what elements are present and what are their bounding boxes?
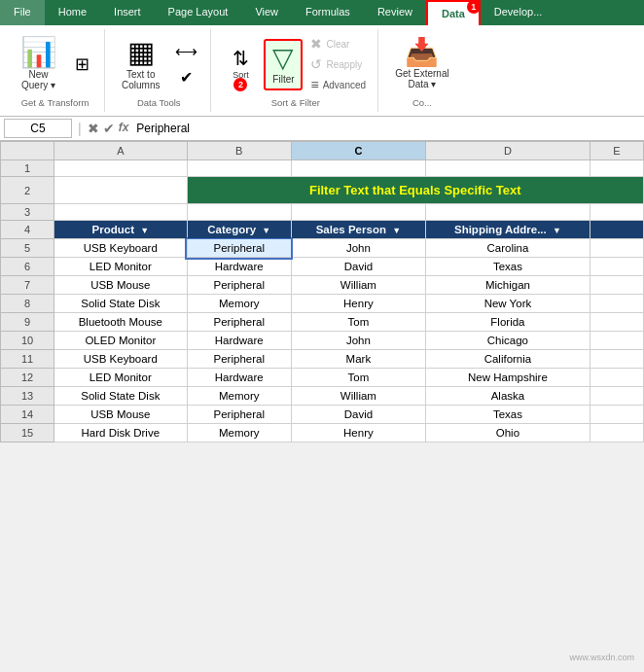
cell-extra[interactable] [590,258,643,276]
cell-product[interactable]: Hard Disk Drive [54,424,188,442]
get-external-data-button[interactable]: 📥 Get ExternalData ▾ [388,34,456,94]
cell-shipping[interactable]: Carolina [425,239,590,258]
cell-sales[interactable]: Henry [291,424,425,442]
cancel-formula-icon[interactable]: ✖ [88,121,99,136]
cell-sales[interactable]: Tom [291,313,425,332]
cell-d3[interactable] [425,204,590,221]
filter-arrow-product[interactable]: ▼ [140,226,149,235]
header-sales-person[interactable]: Sales Person ▼ [291,221,425,239]
cell-shipping[interactable]: Michigan [425,276,590,295]
cell-extra[interactable] [590,406,643,424]
cell-sales[interactable]: Mark [291,350,425,369]
cell-product[interactable]: Solid State Disk [54,295,188,313]
cell-shipping[interactable]: Ohio [425,424,590,442]
tab-formulas[interactable]: Formulas [292,0,364,25]
tab-page-layout[interactable]: Page Layout [155,0,242,25]
cell-sales[interactable]: Tom [291,369,425,387]
cell-product[interactable]: USB Keyboard [54,239,188,258]
cell-product[interactable]: USB Mouse [54,276,188,295]
cell-shipping[interactable]: New York [425,295,590,313]
insert-function-icon[interactable]: fx [119,121,129,136]
cell-product[interactable]: Solid State Disk [54,387,188,406]
cell-sales[interactable]: Henry [291,295,425,313]
cell-product[interactable]: USB Keyboard [54,350,188,369]
header-shipping[interactable]: Shipping Addre... ▼ [425,221,590,239]
cell-sales[interactable]: William [291,276,425,295]
filter-arrow-sales[interactable]: ▼ [392,226,401,235]
cell-sales[interactable]: John [291,332,425,350]
sort-button[interactable]: ⇅ Sort 2 [221,44,260,85]
cell-category[interactable]: Peripheral [187,276,291,295]
new-query-button[interactable]: 📊 NewQuery ▾ [14,33,63,95]
col-header-c[interactable]: C [291,142,425,160]
cell-a3[interactable] [54,204,188,221]
tab-view[interactable]: View [241,0,292,25]
col-header-a[interactable]: A [54,142,188,160]
cell-product[interactable]: LED Monitor [54,258,188,276]
cell-extra[interactable] [590,350,643,369]
cell-a2[interactable] [54,177,188,204]
tab-home[interactable]: Home [45,0,100,25]
text-to-columns-button[interactable]: ▦ Text toColumns [115,33,166,95]
cell-category[interactable]: Peripheral [187,239,291,258]
show-queries-button[interactable]: ⊞ [67,51,96,78]
cell-sales[interactable]: William [291,387,425,406]
cell-category[interactable]: Memory [187,295,291,313]
cell-e3[interactable] [590,204,643,221]
cell-extra[interactable] [590,295,643,313]
cell-extra[interactable] [590,276,643,295]
tab-review[interactable]: Review [364,0,426,25]
cell-reference-box[interactable] [4,119,72,138]
cell-extra[interactable] [590,313,643,332]
cell-category[interactable]: Hardware [187,332,291,350]
cell-extra[interactable] [590,369,643,387]
tab-develop[interactable]: Develop... [481,0,556,25]
cell-product[interactable]: LED Monitor [54,369,188,387]
header-product[interactable]: Product ▼ [54,221,188,239]
col-header-e[interactable]: E [590,142,643,160]
cell-category[interactable]: Hardware [187,369,291,387]
cell-sales[interactable]: John [291,239,425,258]
cell-category[interactable]: Peripheral [187,313,291,332]
remove-duplicates-button[interactable]: ✔ [170,65,202,89]
cell-c1[interactable] [291,160,425,177]
cell-category[interactable]: Hardware [187,258,291,276]
cell-d1[interactable] [425,160,590,177]
confirm-formula-icon[interactable]: ✔ [103,121,115,136]
header-category[interactable]: Category ▼ [187,221,291,239]
cell-b3[interactable] [187,204,291,221]
cell-shipping[interactable]: Alaska [425,387,590,406]
cell-extra[interactable] [590,239,643,258]
tab-file[interactable]: File [0,0,45,25]
cell-category[interactable]: Peripheral [187,350,291,369]
flash-fill-button[interactable]: ⟷ [170,39,202,63]
col-header-b[interactable]: B [187,142,291,160]
cell-e1[interactable] [590,160,643,177]
cell-product[interactable]: OLED Monitor [54,332,188,350]
filter-button[interactable]: ▽ Filter [264,39,303,90]
cell-shipping[interactable]: Texas [425,258,590,276]
formula-input[interactable] [132,120,640,137]
cell-extra[interactable] [590,424,643,442]
cell-c3[interactable] [291,204,425,221]
clear-button[interactable]: ✖ Clear [306,34,370,53]
tab-insert[interactable]: Insert [100,0,155,25]
cell-shipping[interactable]: California [425,350,590,369]
cell-extra[interactable] [590,387,643,406]
header-extra[interactable] [590,221,643,239]
cell-product[interactable]: USB Mouse [54,406,188,424]
cell-product[interactable]: Bluetooth Mouse [54,313,188,332]
cell-sales[interactable]: David [291,406,425,424]
col-header-d[interactable]: D [425,142,590,160]
cell-shipping[interactable]: Florida [425,313,590,332]
cell-shipping[interactable]: Chicago [425,332,590,350]
cell-category[interactable]: Peripheral [187,406,291,424]
cell-b1[interactable] [187,160,291,177]
cell-shipping[interactable]: Texas [425,406,590,424]
advanced-button[interactable]: ≡ Advanced [306,75,370,94]
cell-extra[interactable] [590,332,643,350]
reapply-button[interactable]: ↺ Reapply [306,54,370,74]
cell-shipping[interactable]: New Hampshire [425,369,590,387]
cell-category[interactable]: Memory [187,424,291,442]
cell-sales[interactable]: David [291,258,425,276]
